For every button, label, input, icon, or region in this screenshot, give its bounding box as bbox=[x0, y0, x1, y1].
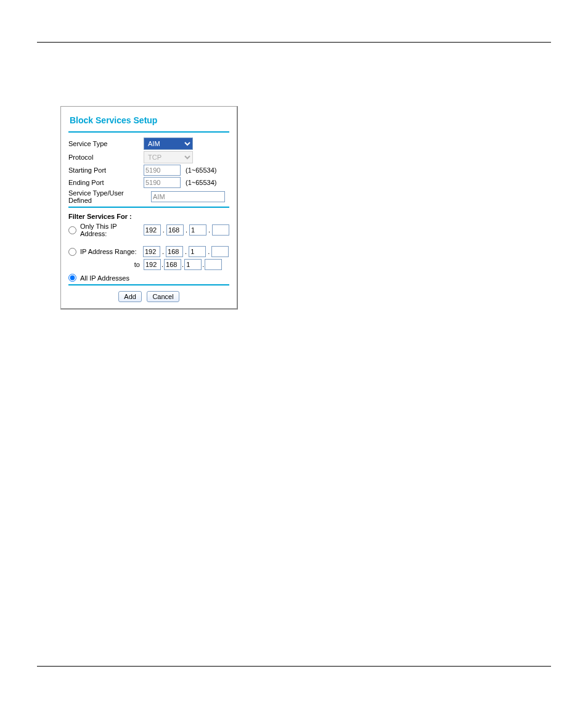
footer-rule bbox=[37, 666, 551, 667]
row-only-ip: Only This IP Address: . . . bbox=[68, 223, 229, 237]
ip-dot: . bbox=[185, 248, 187, 255]
hint-ending-port: (1~65534) bbox=[186, 179, 216, 186]
ip-dot: . bbox=[162, 248, 164, 255]
label-service-type: Service Type bbox=[68, 140, 141, 147]
radio-all-ip[interactable] bbox=[68, 274, 76, 282]
divider-mid bbox=[68, 207, 229, 208]
radio-only-ip[interactable] bbox=[68, 226, 76, 234]
label-only-ip: Only This IP Address: bbox=[80, 223, 142, 237]
range-from-oct-4[interactable] bbox=[211, 246, 229, 257]
row-user-defined: Service Type/User Defined bbox=[68, 189, 229, 204]
ip-dot: . bbox=[202, 261, 204, 268]
row-service-type: Service Type AIM bbox=[68, 138, 229, 150]
only-ip-oct-1[interactable] bbox=[144, 224, 161, 236]
range-to-oct-3[interactable] bbox=[184, 259, 202, 270]
range-to-oct-4[interactable] bbox=[205, 259, 222, 270]
divider-top bbox=[68, 131, 229, 133]
row-ending-port: Ending Port (1~65534) bbox=[68, 177, 229, 188]
spacer bbox=[68, 239, 229, 244]
add-button[interactable]: Add bbox=[118, 291, 142, 302]
hint-starting-port: (1~65534) bbox=[186, 166, 216, 174]
ip-dot: . bbox=[186, 226, 187, 234]
input-starting-port bbox=[144, 165, 181, 176]
filter-heading: Filter Services For : bbox=[68, 213, 229, 220]
only-ip-oct-2[interactable] bbox=[166, 224, 184, 236]
row-starting-port: Starting Port (1~65534) bbox=[68, 165, 229, 176]
label-to: to bbox=[131, 261, 140, 268]
row-ip-range-to: to . . . bbox=[68, 259, 229, 270]
select-service-type[interactable]: AIM bbox=[144, 138, 193, 150]
cancel-button[interactable]: Cancel bbox=[147, 291, 179, 302]
button-row: Add Cancel bbox=[68, 290, 229, 302]
only-ip-oct-3[interactable] bbox=[189, 224, 206, 236]
row-all-ip: All IP Addresses bbox=[68, 274, 229, 282]
ip-dot: . bbox=[182, 261, 184, 268]
range-from-oct-1[interactable] bbox=[143, 246, 160, 257]
label-ending-port: Ending Port bbox=[68, 179, 141, 186]
range-to-oct-2[interactable] bbox=[164, 259, 181, 270]
header-rule bbox=[37, 42, 551, 43]
label-user-defined: Service Type/User Defined bbox=[68, 189, 149, 204]
panel-title: Block Services Setup bbox=[70, 115, 229, 125]
block-services-panel: Block Services Setup Service Type AIM Pr… bbox=[60, 106, 238, 310]
divider-bottom bbox=[68, 284, 229, 285]
label-all-ip: All IP Addresses bbox=[80, 274, 129, 282]
only-ip-oct-4[interactable] bbox=[212, 224, 229, 236]
range-from-oct-2[interactable] bbox=[166, 246, 183, 257]
label-ip-range: IP Address Range: bbox=[80, 248, 142, 255]
row-protocol: Protocol TCP bbox=[68, 151, 229, 163]
ip-dot: . bbox=[161, 261, 163, 268]
ip-dot: . bbox=[208, 248, 210, 255]
ip-dot: . bbox=[163, 226, 165, 234]
select-protocol: TCP bbox=[144, 151, 193, 163]
label-protocol: Protocol bbox=[68, 154, 141, 161]
ip-dot: . bbox=[208, 226, 210, 234]
radio-ip-range[interactable] bbox=[68, 248, 76, 256]
label-starting-port: Starting Port bbox=[68, 166, 141, 174]
input-ending-port bbox=[144, 177, 181, 188]
document-page: Block Services Setup Service Type AIM Pr… bbox=[0, 0, 588, 706]
input-user-defined bbox=[151, 191, 225, 202]
range-from-oct-3[interactable] bbox=[189, 246, 206, 257]
row-ip-range: IP Address Range: . . . bbox=[68, 246, 229, 257]
range-to-oct-1[interactable] bbox=[144, 259, 161, 270]
